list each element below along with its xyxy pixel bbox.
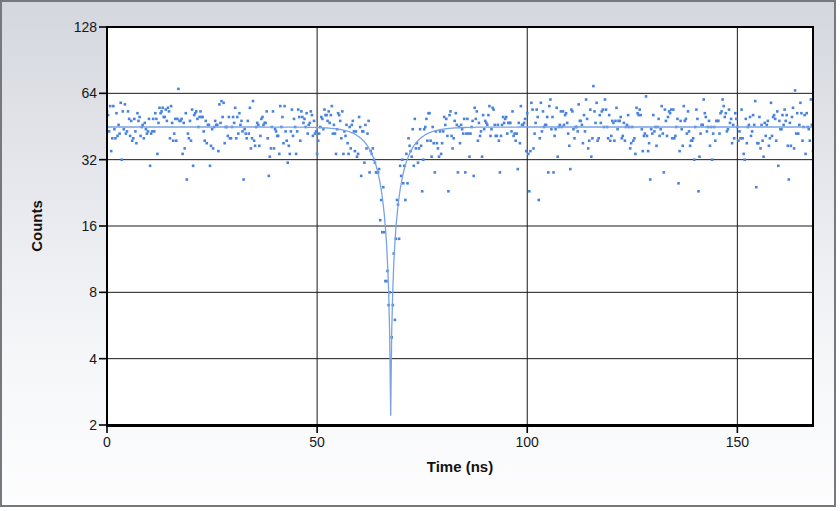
x-axis-title: Time (ns)	[107, 458, 813, 475]
y-axis-title: Counts	[28, 200, 45, 252]
chart-window: 248163264128 050100150 Counts Time (ns)	[0, 0, 836, 507]
x-tick-label: 0	[83, 433, 131, 451]
y-tick-label: 32	[53, 151, 97, 169]
x-tick-label: 150	[713, 433, 761, 451]
x-tick-label: 50	[293, 433, 341, 451]
y-tick-label: 128	[53, 18, 97, 36]
y-tick-label: 2	[53, 416, 97, 434]
y-tick-label: 16	[53, 217, 97, 235]
y-tick-label: 4	[53, 350, 97, 368]
x-tick-label: 100	[503, 433, 551, 451]
y-tick-label: 64	[53, 84, 97, 102]
y-tick-label: 8	[53, 283, 97, 301]
